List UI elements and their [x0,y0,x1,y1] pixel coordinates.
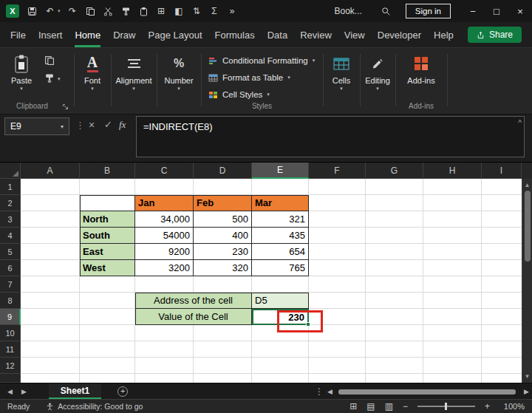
tab-view[interactable]: View [344,22,365,47]
formula-input[interactable]: =INDIRECT(E8) [136,116,525,157]
zoom-slider-thumb[interactable] [445,403,447,410]
row-header-7[interactable]: 7 [0,276,21,293]
enter-icon[interactable]: ✓ [104,119,112,130]
column-header-a[interactable]: A [21,163,80,179]
cell-c6[interactable]: 3200 [135,260,194,276]
zoom-percentage[interactable]: 100% [499,402,525,411]
copy-icon[interactable] [85,6,96,17]
column-header-g[interactable]: G [366,163,423,179]
font-button[interactable]: A Font ▾ [75,52,109,91]
zoom-out-button[interactable]: − [403,401,408,412]
column-header-f[interactable]: F [309,163,366,179]
cut-icon[interactable] [103,6,114,17]
alignment-button[interactable]: Alignment ▾ [114,52,154,91]
number-button[interactable]: % Number ▾ [160,52,198,91]
undo-dropdown-icon[interactable]: ▾ [58,8,61,14]
cell-c8-d8-merged[interactable]: Address of the cell [135,293,252,309]
cell-c4[interactable]: 54000 [135,228,194,244]
vertical-scrollbar[interactable]: ▲ ▼ [522,179,532,383]
row-header-9[interactable]: 9 [0,309,21,325]
zoom-in-button[interactable]: + [485,401,490,412]
fill-handle[interactable] [306,322,310,327]
cell-b3[interactable]: North [80,211,135,228]
formula-bar-drag-handle[interactable]: ⋮ [75,120,85,131]
tab-home[interactable]: Home [75,22,100,47]
row-header-5[interactable]: 5 [0,244,21,260]
row-header-10[interactable]: 10 [0,325,21,341]
name-box-dropdown-icon[interactable]: ▾ [61,123,64,130]
row-header-6[interactable]: 6 [0,260,21,276]
excel-app-icon[interactable]: X [6,4,19,18]
undo-icon[interactable]: ↶ [44,6,55,17]
hscroll-right-icon[interactable]: ▶ [524,388,529,395]
cell-c2[interactable]: Jan [135,195,194,211]
horizontal-scrollbar-thumb[interactable] [338,389,516,395]
cell-b6[interactable]: West [80,260,135,276]
format-painter-dropdown-icon[interactable]: ▾ [58,76,61,82]
cell-e3[interactable]: 321 [252,211,309,228]
column-header-e[interactable]: E [252,163,309,179]
cells-button[interactable]: Cells ▾ [324,52,358,91]
cancel-icon[interactable]: × [89,119,95,131]
cell-e6[interactable]: 765 [252,260,309,276]
new-sheet-button[interactable]: + [117,386,128,397]
sign-in-button[interactable]: Sign in [406,4,451,18]
paste-icon[interactable] [138,6,149,17]
horizontal-scrollbar[interactable] [337,389,517,395]
row-header-13-partial[interactable] [0,374,21,383]
share-button[interactable]: Share [468,27,522,43]
paste-button[interactable]: Paste ▾ [4,52,38,91]
accessibility-status[interactable]: Accessibility: Good to go [46,402,143,411]
copy-small-icon[interactable] [44,55,55,66]
tab-data[interactable]: Data [267,22,287,47]
hscroll-left-icon[interactable]: ◀ [327,388,332,395]
cell-d6[interactable]: 320 [194,260,252,276]
cell-e5[interactable]: 654 [252,244,309,260]
next-sheet-icon[interactable]: ▶ [21,388,27,395]
cell-d2[interactable]: Feb [194,195,252,211]
row-header-8[interactable]: 8 [0,293,21,309]
tab-page-layout[interactable]: Page Layout [149,22,202,47]
row-header-1[interactable]: 1 [0,179,21,195]
cell-c3[interactable]: 34,000 [135,211,194,228]
page-break-view-icon[interactable]: ▥ [385,401,393,412]
maximize-button[interactable]: □ [485,0,508,22]
column-header-h[interactable]: H [423,163,482,179]
tab-review[interactable]: Review [300,22,332,47]
name-box[interactable]: E9 ▾ [4,117,69,135]
sheet-tab-sheet1[interactable]: Sheet1 [49,383,101,399]
row-header-11[interactable]: 11 [0,341,21,358]
toolbar-overflow-icon[interactable]: » [227,6,238,17]
sort-filter-icon[interactable]: ⇅ [191,6,202,17]
cell-b2[interactable] [80,195,135,211]
tab-file[interactable]: File [10,22,26,47]
format-painter-small-icon[interactable] [44,73,55,83]
save-icon[interactable] [27,6,38,17]
column-header-i[interactable]: I [482,163,522,179]
column-header-c[interactable]: C [135,163,194,179]
cell-d5[interactable]: 230 [194,244,252,260]
row-header-3[interactable]: 3 [0,211,21,228]
prev-sheet-icon[interactable]: ◀ [7,388,13,395]
select-all-corner[interactable] [0,163,21,179]
cell-c9-d9-merged[interactable]: Value of the Cell [135,309,252,325]
column-header-d[interactable]: D [194,163,252,179]
cell-b4[interactable]: South [80,228,135,244]
fill-color-icon[interactable]: ◧ [174,6,185,17]
cell-e2[interactable]: Mar [252,195,309,211]
redo-icon[interactable]: ↷ [67,6,78,17]
conditional-formatting-button[interactable]: Conditional Formatting ▾ [208,54,315,67]
page-layout-view-icon[interactable]: ▤ [366,401,375,412]
normal-view-icon[interactable]: ⊞ [349,401,357,412]
addins-button[interactable]: Add-ins [400,52,442,85]
tab-draw[interactable]: Draw [113,22,135,47]
tab-developer[interactable]: Developer [378,22,421,47]
editing-button[interactable]: Editing ▾ [361,52,394,91]
row-header-12[interactable]: 12 [0,358,21,374]
zoom-slider[interactable] [417,406,475,407]
cell-e4[interactable]: 435 [252,228,309,244]
format-as-table-button[interactable]: Format as Table ▾ [208,71,290,84]
autosum-icon[interactable]: Σ [209,6,220,17]
format-painter-icon[interactable] [120,6,132,17]
cell-d3[interactable]: 500 [194,211,252,228]
